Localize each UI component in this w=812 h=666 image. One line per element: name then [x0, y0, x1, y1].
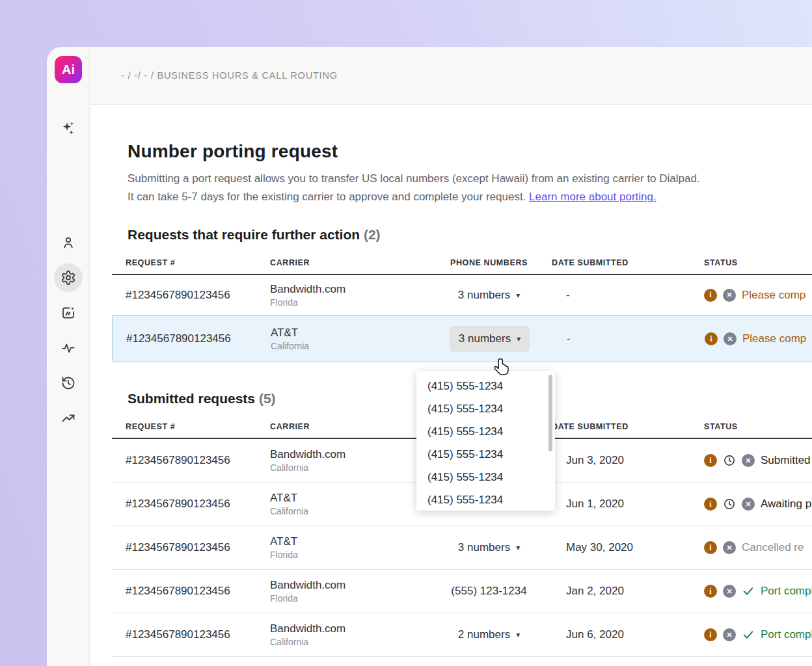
- action-requests-table: REQUEST # CARRIER PHONE NUMBERS DATE SUB…: [112, 256, 812, 362]
- phone-numbers-dropdown-trigger[interactable]: 3 numbers ▾: [449, 282, 529, 308]
- chevron-down-icon: ▾: [517, 334, 521, 343]
- col-phones: PHONE NUMBERS: [426, 258, 552, 267]
- x-circle-icon: ✕: [742, 454, 755, 467]
- chevron-down-icon: ▾: [516, 291, 520, 300]
- carrier-name: AT&T: [271, 326, 427, 340]
- status-cell: i ✕ Port complet: [704, 628, 812, 641]
- phone-numbers-label: 3 numbers: [458, 541, 510, 554]
- phone-numbers-label: 3 numbers: [459, 332, 511, 345]
- dropdown-item[interactable]: (415) 555-1234: [416, 443, 555, 466]
- phone-numbers-cell: 3 numbers ▾: [426, 282, 552, 308]
- breadcrumb: - / -/ - / BUSINESS HOURS & CALL ROUTING: [121, 70, 338, 81]
- sparkles-ai-icon[interactable]: [54, 114, 83, 142]
- col-status: STATUS: [704, 258, 812, 267]
- info-icon: i: [704, 585, 717, 598]
- action-section-count: (2): [364, 227, 381, 242]
- x-circle-icon: ✕: [723, 585, 736, 598]
- phone-numbers-label: 2 numbers: [458, 628, 510, 641]
- info-icon: i: [704, 454, 717, 467]
- request-number: #1234567890123456: [126, 454, 270, 467]
- settings-gear-icon[interactable]: [54, 263, 83, 292]
- carrier-state: Florida: [270, 550, 426, 560]
- carrier-name: Bandwidth.com: [270, 579, 426, 592]
- carrier-state: California: [271, 341, 427, 351]
- chevron-down-icon: ▾: [516, 630, 520, 639]
- status-text: Port complet: [761, 628, 812, 641]
- date-submitted: -: [552, 332, 705, 345]
- phone-numbers-cell: 3 numbers ▾: [427, 326, 552, 352]
- carrier-state: Florida: [270, 297, 426, 308]
- info-icon: i: [704, 289, 717, 302]
- carrier-state: California: [270, 462, 426, 473]
- dropdown-item[interactable]: (415) 555-1234: [416, 375, 555, 397]
- carrier-cell: AT&T California: [271, 326, 427, 351]
- page-description: Submitting a port request allows you to …: [128, 170, 812, 206]
- date-submitted: Jun 1, 2020: [552, 498, 704, 511]
- date-submitted: May 30, 2020: [552, 541, 704, 554]
- phone-numbers-dropdown-trigger[interactable]: 2 numbers ▾: [449, 622, 529, 648]
- dropdown-item[interactable]: (415) 555-1234: [416, 420, 555, 443]
- dropdown-item[interactable]: (415) 555-1234: [416, 397, 555, 420]
- carrier-state: California: [270, 506, 426, 516]
- table-row[interactable]: #1234567890123456 AT&T Florida 3 numbers…: [112, 526, 812, 570]
- status-cell: i ✕ Please comp: [705, 332, 812, 345]
- activity-pulse-icon[interactable]: [54, 334, 83, 362]
- date-submitted: Jun 6, 2020: [552, 628, 704, 641]
- phone-numbers-cell: (555) 123-1234 ▾: [426, 578, 552, 604]
- description-line-1: Submitting a port request allows you to …: [128, 172, 700, 185]
- dialpad-ai-logo[interactable]: Ai: [55, 56, 82, 83]
- status-text: Submitted an: [761, 454, 812, 467]
- info-icon: i: [704, 498, 717, 511]
- phone-numbers-label: 3 numbers: [458, 289, 510, 302]
- request-number: #1234567890123456: [126, 498, 270, 511]
- table-row[interactable]: #1234567890123456 Bandwidth.com Florida …: [112, 570, 812, 613]
- table-row[interactable]: #1234567890123456 Bandwidth.com Californ…: [112, 613, 812, 657]
- col-request: REQUEST #: [126, 422, 270, 431]
- carrier-state: Florida: [270, 593, 426, 604]
- status-cell: i ✕ Cancelled re: [704, 541, 812, 554]
- date-submitted: Jan 2, 2020: [552, 585, 704, 598]
- col-carrier: CARRIER: [270, 258, 426, 267]
- carrier-cell: AT&T California: [270, 492, 426, 516]
- phone-numbers-label: (555) 123-1234: [451, 585, 526, 598]
- check-icon: [742, 585, 755, 598]
- port-clipboard-icon[interactable]: [54, 299, 83, 327]
- check-icon: [742, 628, 755, 641]
- carrier-name: AT&T: [270, 492, 426, 505]
- phone-numbers-dropdown-trigger: (555) 123-1234 ▾: [442, 578, 535, 604]
- dropdown-scrollbar[interactable]: [548, 375, 552, 451]
- carrier-cell: Bandwidth.com Florida: [270, 579, 426, 604]
- table-row[interactable]: #1234567890123456 AT&T California 3 numb…: [112, 315, 812, 362]
- x-circle-icon: ✕: [723, 541, 736, 554]
- action-section-title: Requests that require further action (2): [128, 227, 812, 243]
- status-text: Please comp: [742, 332, 806, 345]
- info-icon: i: [705, 332, 718, 345]
- request-number: #1234567890123456: [126, 541, 270, 554]
- phone-numbers-cell: 3 numbers ▾: [426, 535, 552, 561]
- user-icon[interactable]: [54, 228, 83, 257]
- date-submitted: -: [552, 289, 704, 302]
- status-text: Cancelled re: [742, 541, 804, 554]
- col-request: REQUEST #: [126, 258, 270, 267]
- carrier-state: California: [270, 637, 426, 647]
- chevron-down-icon: ▾: [516, 543, 520, 552]
- learn-more-link[interactable]: Learn more about porting.: [529, 191, 656, 203]
- col-carrier: CARRIER: [270, 422, 426, 431]
- dropdown-item[interactable]: (415) 555-1234: [416, 488, 555, 511]
- description-line-2: It can take 5-7 days for the existing ca…: [128, 191, 526, 203]
- carrier-cell: Bandwidth.com California: [270, 448, 426, 473]
- date-submitted: Jun 3, 2020: [552, 454, 704, 467]
- dropdown-item[interactable]: (415) 555-1234: [416, 466, 555, 488]
- phone-numbers-dropdown-trigger[interactable]: 3 numbers ▾: [449, 535, 529, 561]
- carrier-name: Bandwidth.com: [270, 448, 426, 461]
- table-header-row: REQUEST # CARRIER PHONE NUMBERS DATE SUB…: [112, 256, 812, 275]
- x-circle-icon: ✕: [723, 628, 736, 641]
- phone-numbers-dropdown-trigger[interactable]: 3 numbers ▾: [450, 326, 530, 352]
- history-icon[interactable]: [54, 369, 83, 397]
- table-row[interactable]: #1234567890123456 Bandwidth.com Florida …: [112, 275, 812, 315]
- info-icon: i: [704, 628, 717, 641]
- trending-up-icon[interactable]: [54, 404, 83, 433]
- status-cell: i ✕ Port complet: [704, 585, 812, 598]
- info-icon: i: [704, 541, 717, 554]
- phone-numbers-dropdown-menu: (415) 555-1234(415) 555-1234(415) 555-12…: [416, 371, 555, 511]
